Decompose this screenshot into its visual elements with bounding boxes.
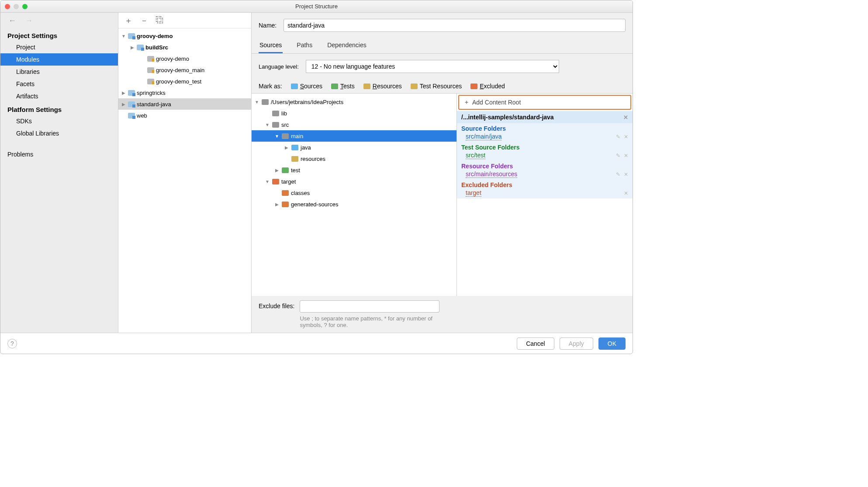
module-icon (128, 33, 135, 39)
expand-arrow-icon[interactable]: ▼ (274, 134, 280, 139)
name-label: Name: (259, 22, 277, 29)
language-level-select[interactable]: 12 - No new language features (306, 60, 559, 73)
mark-as-tests[interactable]: Tests (331, 83, 355, 90)
module-tree-item[interactable]: ▶standard-java (118, 98, 251, 110)
content-tree-item[interactable]: resources (252, 153, 456, 164)
close-window-button[interactable] (5, 4, 10, 9)
folder-label: main (291, 133, 303, 139)
folder-group-item[interactable]: target✕ (461, 188, 628, 198)
edit-icon[interactable]: ✎ (616, 171, 620, 177)
expand-arrow-icon[interactable]: ▶ (121, 102, 126, 107)
modules-panel: ＋ － ⿻ ▼groovy-demo▶buildSrcgroovy-demogr… (118, 13, 252, 333)
content-tree-item[interactable]: ▼main (252, 130, 456, 142)
folder-group-item[interactable]: src/main/resources✎✕ (461, 170, 628, 179)
folder-label: test (291, 167, 300, 174)
content-tree-item[interactable]: ▶test (252, 164, 456, 176)
add-module-icon[interactable]: ＋ (124, 15, 132, 26)
remove-module-icon[interactable]: － (140, 15, 148, 26)
nav-forward-icon[interactable]: → (25, 16, 33, 25)
mark-as-label: Mark as: (259, 83, 282, 90)
module-tree-item[interactable]: groovy-demo_main (118, 64, 251, 76)
content-tree-item[interactable]: classes (252, 187, 456, 198)
sidebar-item-problems[interactable]: Problems (0, 148, 118, 160)
mark-as-test-resources[interactable]: Test Resources (411, 83, 462, 90)
copy-module-icon[interactable]: ⿻ (156, 16, 164, 25)
folder-group-item[interactable]: src/main/java✎✕ (461, 132, 628, 141)
folder-icon (411, 83, 418, 89)
module-icon (128, 90, 135, 96)
sidebar-item-sdks[interactable]: SDKs (0, 115, 118, 127)
module-tree-item[interactable]: web (118, 110, 251, 121)
expand-arrow-icon[interactable]: ▼ (254, 100, 259, 104)
sidebar-item-global-libraries[interactable]: Global Libraries (0, 127, 118, 139)
window-controls (5, 4, 28, 9)
content-tree-item[interactable]: ▼target (252, 176, 456, 187)
module-label: groovy-demo (137, 33, 173, 39)
ok-button[interactable]: OK (598, 337, 626, 350)
sidebar-item-project[interactable]: Project (0, 41, 118, 53)
apply-button[interactable]: Apply (560, 337, 593, 350)
add-content-root-button[interactable]: ＋ Add Content Root (458, 95, 631, 110)
nav-back-icon[interactable]: ← (8, 16, 16, 25)
edit-icon[interactable]: ✎ (616, 153, 620, 159)
content-tree-item[interactable]: lib (252, 108, 456, 119)
tab-paths[interactable]: Paths (296, 38, 313, 53)
exclude-files-label: Exclude files: (259, 300, 294, 310)
cancel-button[interactable]: Cancel (517, 337, 554, 350)
folder-icon (147, 67, 154, 73)
remove-icon[interactable]: ✕ (624, 134, 628, 140)
window-title: Project Structure (295, 3, 338, 10)
folder-path: target (466, 189, 481, 197)
mark-as-sources[interactable]: Sources (291, 83, 322, 90)
module-tree-item[interactable]: groovy-demo (118, 53, 251, 64)
remove-icon[interactable]: ✕ (624, 153, 628, 159)
module-name-input[interactable] (284, 19, 626, 32)
folder-icon (291, 156, 298, 162)
module-tree-item[interactable]: groovy-demo_test (118, 76, 251, 87)
sidebar-item-modules[interactable]: Modules (0, 53, 118, 66)
tab-sources[interactable]: Sources (259, 38, 283, 53)
module-icon (128, 101, 135, 107)
maximize-window-button[interactable] (22, 4, 28, 9)
remove-icon[interactable]: ✕ (624, 190, 628, 196)
expand-arrow-icon[interactable]: ▼ (265, 122, 270, 127)
expand-arrow-icon[interactable]: ▼ (265, 179, 270, 184)
folder-label: resources (301, 156, 325, 162)
tab-dependencies[interactable]: Dependencies (326, 38, 367, 53)
folder-label: src (281, 122, 289, 128)
expand-arrow-icon[interactable]: ▶ (274, 168, 280, 173)
expand-arrow-icon[interactable]: ▶ (284, 145, 289, 150)
sidebar-item-libraries[interactable]: Libraries (0, 66, 118, 78)
folder-icon (282, 167, 289, 173)
mark-label: Test Resources (420, 83, 462, 90)
sidebar-item-artifacts[interactable]: Artifacts (0, 90, 118, 102)
content-tree-item[interactable]: ▶java (252, 142, 456, 153)
mark-as-excluded[interactable]: Excluded (470, 83, 505, 90)
remove-icon[interactable]: ✕ (624, 171, 628, 177)
content-tree-item[interactable]: ▼/Users/jetbrains/IdeaProjects (252, 96, 456, 108)
remove-root-icon[interactable]: ✕ (623, 114, 628, 121)
folder-label: generated-sources (291, 201, 338, 208)
expand-arrow-icon[interactable]: ▼ (121, 34, 126, 38)
module-tree-item[interactable]: ▼groovy-demo (118, 30, 251, 42)
folder-icon (363, 83, 370, 89)
folder-icon (262, 99, 269, 105)
exclude-files-hint: Use ; to separate name patterns, * for a… (300, 315, 439, 328)
expand-arrow-icon[interactable]: ▶ (274, 202, 280, 207)
help-icon[interactable]: ? (7, 339, 17, 348)
content-tree-item[interactable]: ▶generated-sources (252, 198, 456, 210)
exclude-files-input[interactable] (300, 300, 439, 313)
mark-as-resources[interactable]: Resources (363, 83, 402, 90)
expand-arrow-icon[interactable]: ▶ (121, 90, 126, 95)
sidebar-item-facets[interactable]: Facets (0, 78, 118, 90)
edit-icon[interactable]: ✎ (616, 134, 620, 140)
folder-label: java (301, 144, 311, 151)
module-tree-item[interactable]: ▶buildSrc (118, 42, 251, 53)
expand-arrow-icon[interactable]: ▶ (130, 45, 135, 50)
minimize-window-button[interactable] (14, 4, 19, 9)
content-tree-item[interactable]: ▼src (252, 119, 456, 130)
folder-icon (282, 133, 289, 139)
folder-group-item[interactable]: src/test✎✕ (461, 151, 628, 160)
module-tree-item[interactable]: ▶springtricks (118, 87, 251, 98)
content-root-header[interactable]: /...intellij-samples/standard-java ✕ (457, 111, 633, 123)
